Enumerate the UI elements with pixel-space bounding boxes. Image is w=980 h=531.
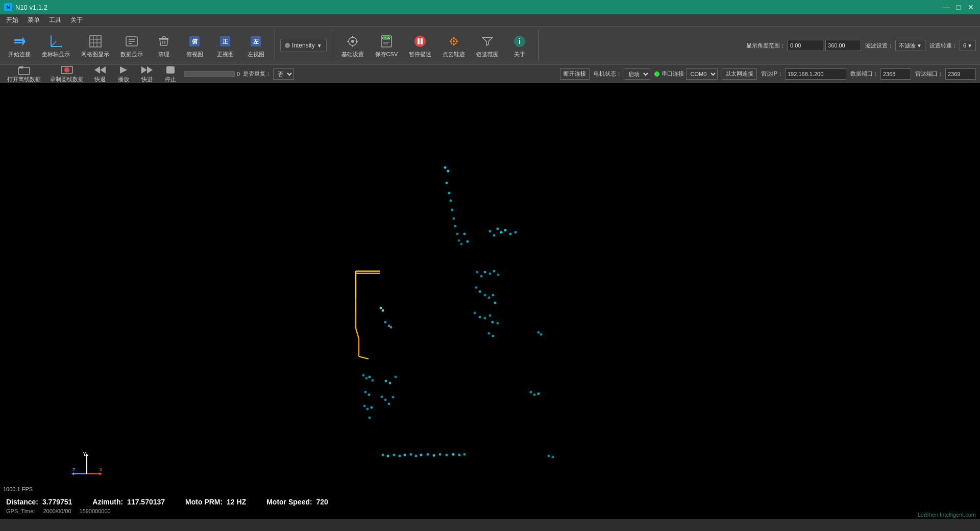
- intensity-label: Intensity: [292, 42, 315, 49]
- svg-marker-159: [100, 472, 102, 475]
- radar-ip-input[interactable]: [785, 68, 846, 80]
- intensity-button[interactable]: Intensity ▼: [280, 39, 327, 52]
- play-icon: [117, 65, 130, 75]
- front-view-button[interactable]: 正 正视图: [211, 29, 239, 62]
- data-port-input[interactable]: [880, 68, 911, 80]
- pause-button[interactable]: 暂停描述: [405, 29, 435, 62]
- play-button[interactable]: 播放: [113, 64, 134, 84]
- angle-from-input[interactable]: [788, 40, 823, 51]
- grid-button[interactable]: 网格图显示: [77, 29, 113, 62]
- close-button[interactable]: ✕: [966, 3, 976, 12]
- svg-point-125: [389, 382, 391, 384]
- svg-text:z: z: [72, 466, 76, 472]
- menu-start[interactable]: 开始: [2, 15, 22, 26]
- svg-point-131: [384, 399, 387, 401]
- svg-rect-40: [421, 38, 423, 44]
- basic-settings-button[interactable]: 基础设置: [337, 29, 368, 62]
- svg-line-5: [51, 41, 56, 46]
- svg-text:Y: Y: [83, 451, 87, 457]
- svg-rect-8: [90, 36, 101, 47]
- svg-point-95: [390, 326, 393, 329]
- network-label: 以太网连接: [725, 70, 753, 78]
- toolbar2-right: 断开连接 电机状态： 启动 停止 串口连接 COM0 COM1 COM2 以太网…: [560, 68, 976, 80]
- svg-marker-58: [100, 66, 106, 74]
- point-cloud-button[interactable]: 点云鞋迹: [438, 29, 469, 62]
- svg-point-146: [415, 455, 418, 457]
- filter-range-button[interactable]: 链选范围: [472, 29, 503, 62]
- open-file-icon: [18, 65, 30, 75]
- svg-rect-32: [356, 41, 358, 42]
- status-line1: Distance: 3.779751 Azimuth: 117.570137 M…: [0, 497, 980, 507]
- axis-button[interactable]: 坐标轴显示: [38, 29, 74, 62]
- filter-dropdown[interactable]: 不滤波 ▼: [895, 40, 925, 51]
- serial-port-select[interactable]: COM0 COM1 COM2: [686, 68, 718, 80]
- left-view-button[interactable]: 左 左视图: [242, 29, 270, 62]
- minimize-button[interactable]: —: [941, 3, 951, 12]
- rewind-button[interactable]: 快退: [90, 64, 110, 84]
- about-button[interactable]: i 关于: [506, 29, 533, 62]
- svg-point-138: [548, 455, 550, 457]
- network-button[interactable]: 以太网连接: [722, 68, 757, 80]
- svg-point-154: [463, 453, 466, 456]
- connect-button[interactable]: 开始连接: [4, 29, 35, 62]
- svg-point-43: [456, 40, 458, 42]
- menu-about[interactable]: 关于: [66, 15, 87, 26]
- svg-point-101: [497, 274, 500, 276]
- svg-point-64: [447, 170, 450, 173]
- moto-label: Moto PRM:: [185, 498, 223, 506]
- svg-text:x: x: [100, 466, 102, 472]
- svg-point-105: [488, 297, 491, 299]
- fast-forward-button[interactable]: 快进: [137, 64, 157, 84]
- disconnect-button[interactable]: 断开连接: [560, 68, 590, 80]
- svg-point-47: [455, 38, 457, 40]
- motor-status-select[interactable]: 启动 停止: [624, 68, 650, 80]
- svg-point-151: [446, 454, 448, 456]
- record-button[interactable]: 录制圆线数据: [47, 64, 87, 84]
- point-cloud-label: 点云鞋迹: [443, 51, 465, 58]
- svg-point-141: [387, 455, 389, 457]
- svg-point-142: [393, 454, 396, 456]
- data-display-label: 数据显示: [120, 51, 143, 58]
- svg-point-74: [463, 233, 466, 235]
- speed-group: 设置转速： 6 ▼: [929, 40, 976, 51]
- clear-button[interactable]: 清理: [150, 29, 178, 62]
- data-display-button[interactable]: 数据显示: [116, 29, 147, 62]
- svg-point-147: [420, 454, 423, 456]
- toolbar1: 开始连接 坐标轴显示 网格图显示: [0, 27, 980, 65]
- save-csv-label: 保存CSV: [375, 51, 398, 58]
- svg-point-123: [368, 394, 371, 396]
- serial-radio[interactable]: [654, 71, 659, 77]
- svg-text:正: 正: [223, 38, 229, 44]
- divider3: [538, 30, 539, 61]
- disconnect-label: 断开连接: [564, 70, 586, 78]
- open-file-button[interactable]: 打开离线数据: [4, 64, 44, 84]
- svg-text:俯: 俯: [191, 38, 198, 44]
- speed-dropdown[interactable]: 6 ▼: [960, 40, 976, 51]
- save-csv-icon: CSV: [378, 33, 395, 50]
- menu-tools[interactable]: 工具: [45, 15, 65, 26]
- svg-point-46: [451, 38, 453, 40]
- gps-label: GPS_Time:: [6, 508, 35, 514]
- intensity-dot: [285, 43, 290, 48]
- svg-marker-61: [147, 66, 153, 74]
- maximize-button[interactable]: □: [953, 3, 964, 12]
- repeat-group: 是否重复： 否 是: [243, 68, 294, 80]
- angle-to-input[interactable]: [825, 40, 861, 51]
- motor-status-group: 电机状态： 启动 停止: [594, 68, 650, 80]
- menu-menu[interactable]: 菜单: [23, 15, 44, 26]
- status-bar: Distance: 3.779751 Azimuth: 117.570137 M…: [0, 493, 980, 519]
- stop-button[interactable]: 停止: [160, 64, 181, 84]
- radar-port-input[interactable]: [945, 68, 976, 80]
- about-icon: i: [511, 33, 528, 50]
- top-view-button[interactable]: 俯 俯视图: [181, 29, 208, 62]
- svg-point-80: [504, 229, 507, 232]
- svg-point-63: [444, 166, 447, 169]
- distance-label: Distance:: [6, 498, 38, 506]
- distance-value: 3.779751: [42, 498, 72, 506]
- azimuth-display: Azimuth: 117.570137: [92, 498, 165, 506]
- repeat-select[interactable]: 否 是: [273, 68, 294, 80]
- save-csv-button[interactable]: CSV 保存CSV: [371, 29, 402, 62]
- speed-dropdown-icon: ▼: [967, 43, 972, 49]
- grid-label: 网格图显示: [81, 51, 109, 58]
- svg-point-121: [372, 379, 374, 382]
